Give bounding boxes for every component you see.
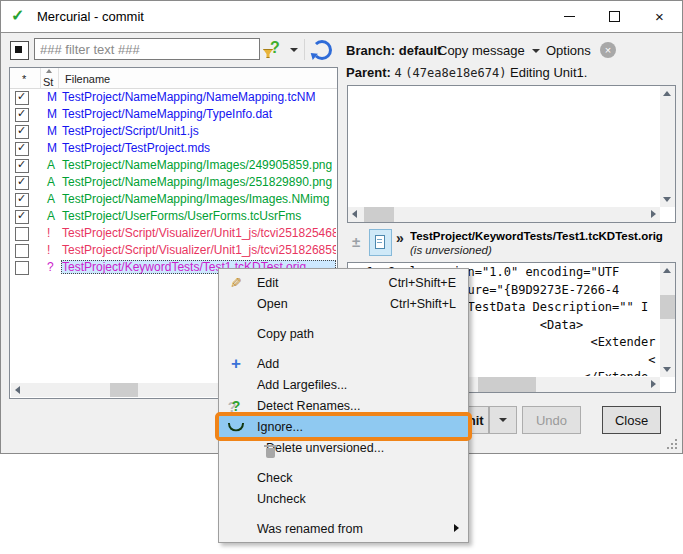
- file-view-button[interactable]: [369, 229, 392, 256]
- file-row[interactable]: A TestProject/NameMapping/Images/2518298…: [10, 174, 337, 191]
- file-name[interactable]: TestProject/Script/Visualizer/Unit1_js/t…: [61, 226, 336, 240]
- message-hscrollbar[interactable]: [348, 207, 660, 222]
- scroll-down-icon[interactable]: [663, 197, 671, 202]
- check-icon: [17, 141, 26, 154]
- scroll-down-icon[interactable]: [663, 367, 671, 372]
- undo-button[interactable]: Undo: [522, 406, 581, 434]
- menu-item-label: Open: [257, 297, 288, 311]
- refresh-icon[interactable]: [312, 40, 332, 60]
- menu-item-label: Edit: [257, 276, 279, 290]
- branch-value: default: [399, 43, 442, 58]
- menu-item-label: Was renamed from: [257, 522, 363, 536]
- commit-message-input[interactable]: [348, 86, 660, 207]
- preview-vscrollbar[interactable]: [660, 263, 675, 377]
- menu-item[interactable]: Ignore...: [219, 416, 468, 437]
- diff-mode-button[interactable]: ±: [347, 232, 365, 252]
- file-row[interactable]: M TestProject/TestProject.mds: [10, 140, 337, 157]
- message-vscrollbar[interactable]: [660, 86, 675, 207]
- preview-status-note: (is unversioned): [410, 244, 492, 256]
- commit-dropdown-button[interactable]: [489, 406, 517, 434]
- file-row[interactable]: A TestProject/NameMapping/Images/2499058…: [10, 157, 337, 174]
- scrollbar-thumb[interactable]: [110, 383, 138, 397]
- scrollbar-thumb[interactable]: [478, 377, 536, 392]
- column-filename[interactable]: Filename: [65, 73, 110, 85]
- file-name[interactable]: TestProject/NameMapping/Images/249905859…: [61, 158, 336, 172]
- file-name[interactable]: TestProject/NameMapping/Images/Images.NM…: [61, 192, 336, 206]
- copy-message-button[interactable]: Copy message: [438, 43, 540, 58]
- file-name[interactable]: TestProject/NameMapping/Images/251829890…: [61, 175, 336, 189]
- menu-item[interactable]: Add: [219, 353, 468, 374]
- file-row[interactable]: ! TestProject/Script/Visualizer/Unit1_js…: [10, 225, 337, 242]
- file-name[interactable]: TestProject/NameMapping/TypeInfo.dat: [61, 107, 336, 121]
- breadcrumb-chevron: »: [396, 230, 404, 246]
- file-row[interactable]: ! TestProject/Script/Visualizer/Unit1_js…: [10, 242, 337, 259]
- select-all-checkbox[interactable]: [10, 41, 29, 60]
- menu-item[interactable]: Add Largefiles...: [219, 374, 468, 395]
- menu-item[interactable]: [219, 458, 468, 467]
- close-window-button[interactable]: [637, 1, 682, 32]
- file-row[interactable]: A TestProject/NameMapping/Images/Images.…: [10, 191, 337, 208]
- branch-info: Branch: default: [346, 43, 441, 58]
- maximize-button[interactable]: [592, 1, 637, 32]
- menu-item[interactable]: [219, 344, 468, 353]
- filter-help-button[interactable]: ?: [263, 39, 285, 61]
- scroll-left-icon[interactable]: [15, 386, 20, 394]
- minimize-icon: [564, 16, 575, 17]
- file-checkbox[interactable]: [15, 227, 29, 241]
- menu-item[interactable]: Uncheck: [219, 488, 468, 509]
- menu-item[interactable]: [219, 509, 468, 518]
- file-name[interactable]: TestProject/UserForms/UserForms.tcUsrFms: [61, 209, 336, 223]
- column-status[interactable]: St: [43, 76, 53, 88]
- status-letter: A: [47, 175, 55, 189]
- file-checkbox[interactable]: [15, 91, 29, 105]
- scrollbar-thumb[interactable]: [660, 295, 675, 319]
- file-name[interactable]: TestProject/NameMapping/NameMapping.tcNM: [61, 90, 336, 104]
- menu-item-label: Add: [257, 357, 279, 371]
- scrollbar-thumb[interactable]: [364, 207, 394, 222]
- file-name[interactable]: TestProject/Script/Visualizer/Unit1_js/t…: [61, 243, 336, 257]
- scroll-up-icon[interactable]: [663, 91, 671, 96]
- column-check[interactable]: *: [22, 73, 26, 85]
- menu-item[interactable]: Was renamed from: [219, 518, 468, 539]
- file-name[interactable]: TestProject/Script/Unit1.js: [61, 124, 336, 138]
- menu-item[interactable]: Copy path: [219, 323, 468, 344]
- file-checkbox[interactable]: [15, 108, 29, 122]
- filter-input[interactable]: [34, 38, 260, 60]
- file-checkbox[interactable]: [15, 261, 29, 275]
- scroll-left-icon[interactable]: [352, 210, 357, 218]
- scroll-up-icon[interactable]: [663, 268, 671, 273]
- file-row[interactable]: M TestProject/Script/Unit1.js: [10, 123, 337, 140]
- file-checkbox[interactable]: [15, 159, 29, 173]
- menu-item[interactable]: Open Ctrl+Shift+L: [219, 293, 468, 314]
- menu-item[interactable]: Detect Renames...: [219, 395, 468, 416]
- file-name[interactable]: TestProject/TestProject.mds: [61, 141, 336, 155]
- parent-rev: 4: [394, 66, 401, 80]
- minimize-button[interactable]: [547, 1, 592, 32]
- file-row[interactable]: A TestProject/UserForms/UserForms.tcUsrF…: [10, 208, 337, 225]
- file-row[interactable]: M TestProject/NameMapping/NameMapping.tc…: [10, 89, 337, 106]
- question-icon: ?: [270, 39, 280, 57]
- menu-item[interactable]: [219, 314, 468, 323]
- file-row[interactable]: M TestProject/NameMapping/TypeInfo.dat: [10, 106, 337, 123]
- file-checkbox[interactable]: [15, 125, 29, 139]
- scroll-right-icon[interactable]: [651, 210, 656, 218]
- partial-check-icon: [15, 46, 22, 53]
- sort-ascending-icon: [46, 69, 52, 73]
- menu-item-icon: [228, 398, 244, 414]
- file-checkbox[interactable]: [15, 142, 29, 156]
- file-checkbox[interactable]: [15, 176, 29, 190]
- menu-item[interactable]: Check: [219, 467, 468, 488]
- file-checkbox[interactable]: [15, 210, 29, 224]
- menu-item[interactable]: Delete unversioned...: [219, 437, 468, 458]
- options-button[interactable]: Options: [546, 43, 591, 58]
- file-list-header[interactable]: * St Filename: [10, 68, 337, 89]
- filter-dropdown-icon[interactable]: [290, 48, 298, 52]
- file-checkbox[interactable]: [15, 244, 29, 258]
- menu-item-shortcut: Ctrl+Shift+E: [369, 276, 456, 290]
- resize-grip[interactable]: [665, 437, 677, 449]
- close-button[interactable]: Close: [602, 406, 661, 434]
- scroll-right-icon[interactable]: [651, 380, 656, 388]
- clear-filter-icon[interactable]: [600, 42, 616, 58]
- file-checkbox[interactable]: [15, 193, 29, 207]
- menu-item[interactable]: Edit Ctrl+Shift+E: [219, 272, 468, 293]
